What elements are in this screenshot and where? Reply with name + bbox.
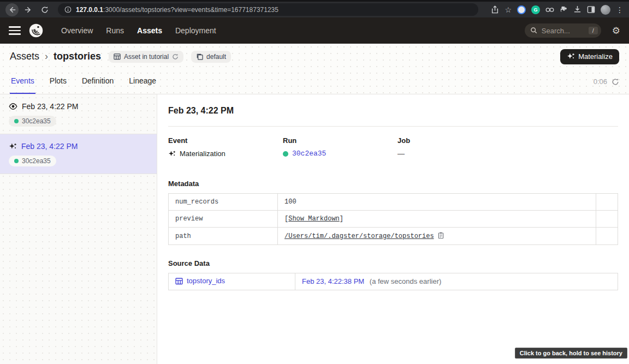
metadata-key: path xyxy=(169,228,278,245)
event-info-row: Event Materialization Run 30c2ea35 Job — xyxy=(168,127,618,158)
browser-forward-button[interactable] xyxy=(22,3,35,16)
search-shortcut-badge: / xyxy=(589,27,598,34)
profile-avatar[interactable] xyxy=(601,5,610,15)
extension-icon[interactable] xyxy=(517,5,526,14)
run-id-label: 30c2ea35 xyxy=(22,157,51,165)
settings-gear-icon[interactable]: ⚙ xyxy=(612,25,620,37)
table-row: topstory_ids Feb 23, 4:22:38 PM (a few s… xyxy=(169,273,618,290)
run-id-tag[interactable]: 30c2ea35 xyxy=(9,116,56,127)
refresh-countdown: 0:06 xyxy=(594,77,607,86)
bracket: ] xyxy=(340,215,343,223)
browser-reload-button[interactable] xyxy=(38,3,51,16)
event-list-item-observation[interactable]: Feb 23, 4:22 PM 30c2ea35 xyxy=(0,94,157,134)
run-status-dot xyxy=(14,159,19,163)
run-id-link[interactable]: 30c2ea35 xyxy=(292,150,326,158)
event-list-item-materialization[interactable]: Feb 23, 4:22 PM 30c2ea35 xyxy=(0,134,157,174)
stack-icon xyxy=(196,53,203,60)
metadata-empty-cell xyxy=(596,211,618,228)
run-column-label: Run xyxy=(283,136,397,145)
url-text: 127.0.0.1:3000/assets/topstories?view=ev… xyxy=(76,6,278,14)
goggles-icon[interactable] xyxy=(545,7,554,13)
nav-item-assets[interactable]: Assets xyxy=(132,23,168,38)
table-row: num_records 100 xyxy=(169,194,618,211)
eye-icon xyxy=(9,102,17,111)
browser-toolbar: 127.0.0.1:3000/assets/topstories?view=ev… xyxy=(0,0,629,17)
grammarly-icon[interactable]: G xyxy=(531,5,540,14)
back-button-tooltip: Click to go back, hold to see history xyxy=(515,348,627,359)
breadcrumb-assets-link[interactable]: Assets xyxy=(10,51,39,62)
metadata-value: /Users/tim/.dagster/storage/topstories xyxy=(278,228,596,245)
metadata-key: preview xyxy=(169,211,278,228)
sparkle-icon xyxy=(168,150,176,158)
run-id-label: 30c2ea35 xyxy=(22,117,51,125)
nav-item-runs[interactable]: Runs xyxy=(100,23,129,38)
metadata-heading: Metadata xyxy=(168,180,618,188)
asset-grid-icon xyxy=(175,277,183,285)
event-detail-panel: Feb 23, 4:22 PM Event Materialization Ru… xyxy=(157,94,629,364)
dagster-logo[interactable] xyxy=(28,23,44,38)
address-bar[interactable]: 127.0.0.1:3000/assets/topstories?view=ev… xyxy=(58,3,478,16)
metadata-value: 100 xyxy=(278,194,596,211)
breadcrumb-current-asset: topstories xyxy=(54,51,101,62)
nav-item-overview[interactable]: Overview xyxy=(56,23,98,38)
event-time: Feb 23, 4:22 PM xyxy=(21,142,78,151)
tab-plots[interactable]: Plots xyxy=(49,69,68,94)
tab-events[interactable]: Events xyxy=(10,69,35,94)
tab-lineage[interactable]: Lineage xyxy=(128,69,157,94)
refresh-icon[interactable] xyxy=(612,78,619,86)
site-info-icon[interactable] xyxy=(64,6,72,13)
source-asset-cell: topstory_ids xyxy=(169,273,295,290)
sidebar-panel-icon[interactable] xyxy=(587,5,595,14)
show-markdown-link[interactable]: Show Markdown xyxy=(288,215,340,223)
search-icon xyxy=(530,27,538,34)
code-location-badge[interactable]: default xyxy=(191,51,231,63)
asset-events-content: Feb 23, 4:22 PM 30c2ea35 Feb 23, 4:22 PM… xyxy=(0,94,629,364)
hamburger-menu-icon[interactable] xyxy=(9,26,21,35)
materialize-button[interactable]: Materialize xyxy=(560,49,619,64)
source-asset-link[interactable]: topstory_ids xyxy=(175,277,225,285)
source-time-cell: Feb 23, 4:22:38 PM (a few seconds earlie… xyxy=(295,273,618,290)
download-icon[interactable] xyxy=(573,5,581,14)
path-link[interactable]: /Users/tim/.dagster/storage/topstories xyxy=(284,232,434,240)
event-time: Feb 23, 4:22 PM xyxy=(22,102,79,111)
metadata-table: num_records 100 preview [Show Markdown] … xyxy=(168,193,618,245)
materialize-button-label: Materialize xyxy=(578,52,613,61)
table-row: preview [Show Markdown] xyxy=(169,211,618,228)
job-column-label: Job xyxy=(397,136,512,145)
job-empty-value: — xyxy=(397,150,405,158)
copy-to-clipboard-icon[interactable] xyxy=(437,232,444,239)
back-arrow-icon xyxy=(8,6,16,14)
forward-arrow-icon xyxy=(25,6,32,14)
breadcrumb-separator: › xyxy=(45,51,48,62)
puzzle-icon[interactable] xyxy=(560,5,568,14)
tab-definition[interactable]: Definition xyxy=(81,69,115,94)
metadata-key: num_records xyxy=(169,194,278,211)
metadata-empty-cell xyxy=(596,228,618,245)
run-id-tag[interactable]: 30c2ea35 xyxy=(9,156,56,166)
event-list-sidebar: Feb 23, 4:22 PM 30c2ea35 Feb 23, 4:22 PM… xyxy=(0,94,157,364)
job-column: Job — xyxy=(397,136,512,158)
search-input[interactable]: Search... / xyxy=(525,23,601,38)
source-data-table: topstory_ids Feb 23, 4:22:38 PM (a few s… xyxy=(168,273,618,290)
bookmark-star-icon[interactable]: ☆ xyxy=(505,6,512,14)
share-icon[interactable] xyxy=(491,5,499,14)
source-timestamp-link[interactable]: Feb 23, 4:22:38 PM xyxy=(302,277,364,285)
sparkle-icon xyxy=(9,142,17,151)
run-status-dot xyxy=(14,119,19,123)
browser-menu-icon[interactable]: ⋮ xyxy=(616,6,624,14)
search-placeholder: Search... xyxy=(542,27,585,35)
nav-item-deployment[interactable]: Deployment xyxy=(170,23,222,38)
browser-action-icons: ☆ G ⋮ xyxy=(491,5,624,15)
event-detail-title: Feb 23, 4:22 PM xyxy=(168,94,618,126)
asset-group-label: Asset in tutorial xyxy=(124,53,169,61)
source-asset-name: topstory_ids xyxy=(187,277,225,285)
asset-group-badge[interactable]: Asset in tutorial xyxy=(109,51,183,63)
source-time-note: (a few seconds earlier) xyxy=(370,277,442,285)
asset-page-header: Assets › topstories Asset in tutorial de… xyxy=(0,44,629,94)
asset-tabs: Events Plots Definition Lineage 0:06 xyxy=(0,69,629,94)
auto-refresh-control: 0:06 xyxy=(594,69,619,94)
breadcrumb: Assets › topstories Asset in tutorial de… xyxy=(0,44,629,69)
refresh-icon[interactable] xyxy=(172,53,179,60)
browser-back-button[interactable] xyxy=(5,3,19,16)
event-column-label: Event xyxy=(168,136,283,145)
